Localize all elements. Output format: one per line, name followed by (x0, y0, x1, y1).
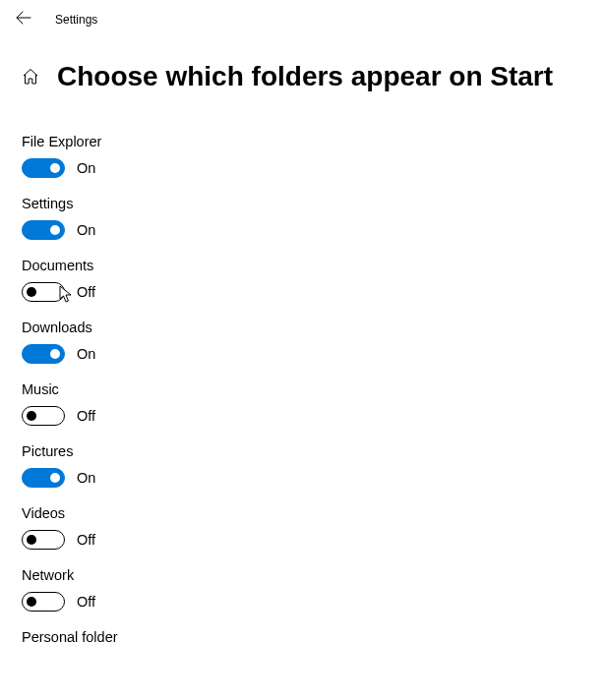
toggle-switch[interactable] (22, 530, 65, 550)
toggle-knob (50, 163, 60, 173)
toggle-state-text: On (77, 222, 95, 238)
setting-item: Personal folder (22, 629, 606, 645)
setting-label: Downloads (22, 320, 606, 335)
setting-label: File Explorer (22, 134, 606, 149)
toggle-switch[interactable] (22, 406, 65, 426)
setting-label: Pictures (22, 443, 606, 459)
top-bar-title: Settings (55, 13, 97, 27)
setting-label: Settings (22, 196, 606, 211)
back-arrow-icon (16, 10, 31, 29)
toggle-switch[interactable] (22, 468, 65, 488)
toggle-knob (50, 473, 60, 483)
page-title: Choose which folders appear on Start (57, 61, 553, 92)
back-button[interactable] (14, 10, 33, 29)
toggle-knob (27, 287, 36, 297)
toggle-row: On (22, 158, 606, 178)
toggle-state-text: Off (77, 594, 95, 610)
setting-label: Personal folder (22, 629, 606, 645)
setting-item: SettingsOn (22, 196, 606, 240)
toggle-row: Off (22, 592, 606, 612)
toggle-state-text: On (77, 346, 95, 362)
toggle-switch[interactable] (22, 344, 65, 364)
toggle-knob (27, 597, 36, 607)
toggle-row: On (22, 344, 606, 364)
setting-item: VideosOff (22, 505, 606, 550)
toggle-knob (27, 535, 36, 545)
toggle-knob (50, 349, 60, 359)
setting-item: PicturesOn (22, 443, 606, 488)
home-icon[interactable] (22, 68, 39, 86)
setting-label: Videos (22, 505, 606, 521)
toggle-state-text: On (77, 160, 95, 176)
toggle-row: Off (22, 406, 606, 426)
settings-list: File ExplorerOnSettingsOnDocumentsOffDow… (0, 92, 606, 645)
setting-item: DownloadsOn (22, 320, 606, 364)
toggle-row: On (22, 220, 606, 240)
toggle-switch[interactable] (22, 282, 65, 302)
toggle-switch[interactable] (22, 220, 65, 240)
toggle-knob (27, 411, 36, 421)
top-bar: Settings (0, 0, 606, 39)
toggle-switch[interactable] (22, 592, 65, 612)
setting-label: Documents (22, 258, 606, 273)
setting-item: DocumentsOff (22, 258, 606, 302)
toggle-state-text: Off (77, 408, 95, 424)
toggle-row: On (22, 468, 606, 488)
setting-item: File ExplorerOn (22, 134, 606, 178)
toggle-switch[interactable] (22, 158, 65, 178)
setting-item: NetworkOff (22, 567, 606, 612)
page-header: Choose which folders appear on Start (0, 39, 606, 92)
setting-label: Network (22, 567, 606, 583)
toggle-row: Off (22, 530, 606, 550)
toggle-knob (50, 225, 60, 235)
toggle-state-text: On (77, 470, 95, 486)
setting-label: Music (22, 381, 606, 397)
toggle-row: Off (22, 282, 606, 302)
toggle-state-text: Off (77, 284, 95, 300)
setting-item: MusicOff (22, 381, 606, 426)
toggle-state-text: Off (77, 532, 95, 548)
